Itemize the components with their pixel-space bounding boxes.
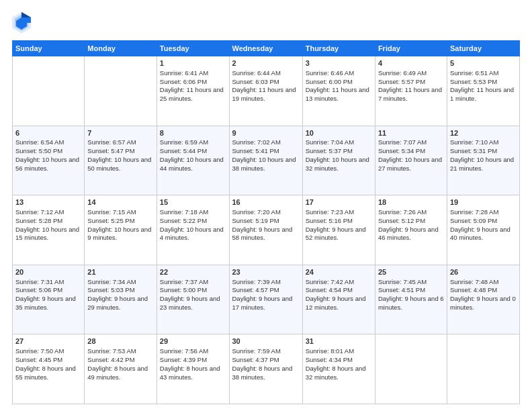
calendar-week-row: 1Sunrise: 6:41 AMSunset: 6:06 PMDaylight… [13,56,520,126]
cell-text: Sunrise: 7:26 AM [378,208,444,217]
cell-text: Sunrise: 7:45 AM [378,278,444,287]
calendar-cell: 31Sunrise: 8:01 AMSunset: 4:34 PMDayligh… [302,334,375,404]
calendar-cell: 29Sunrise: 7:56 AMSunset: 4:39 PMDayligh… [157,334,229,404]
cell-text: Daylight: 10 hours and 32 minutes. [306,156,372,173]
cell-text: Sunset: 6:06 PM [160,78,226,87]
day-number: 28 [87,336,153,347]
calendar-cell: 24Sunrise: 7:42 AMSunset: 4:54 PMDayligh… [302,265,375,334]
calendar-week-row: 27Sunrise: 7:50 AMSunset: 4:45 PMDayligh… [13,334,520,404]
calendar-cell: 15Sunrise: 7:18 AMSunset: 5:22 PMDayligh… [157,195,229,265]
calendar-cell: 18Sunrise: 7:26 AMSunset: 5:12 PMDayligh… [375,195,447,265]
cell-text: Sunset: 5:12 PM [378,217,444,226]
cell-text: Daylight: 9 hours and 12 minutes. [306,295,372,312]
cell-text: Daylight: 11 hours and 19 minutes. [232,86,300,103]
cell-text: Sunset: 5:57 PM [378,78,444,87]
calendar-header-wednesday: Wednesday [229,41,302,56]
calendar-header-sunday: Sunday [13,41,85,56]
cell-text: Sunrise: 6:46 AM [306,69,372,78]
day-number: 10 [306,128,372,138]
day-number: 29 [160,336,226,347]
day-number: 5 [450,58,517,68]
day-number: 13 [15,197,81,208]
cell-text: Sunset: 5:44 PM [160,147,226,156]
calendar-cell: 14Sunrise: 7:15 AMSunset: 5:25 PMDayligh… [85,195,157,265]
cell-text: Daylight: 11 hours and 25 minutes. [160,86,226,103]
cell-text: Sunrise: 7:07 AM [378,138,444,147]
cell-text: Sunset: 5:34 PM [378,147,444,156]
calendar-cell: 25Sunrise: 7:45 AMSunset: 4:51 PMDayligh… [375,265,447,334]
day-number: 14 [87,197,153,208]
calendar-cell: 11Sunrise: 7:07 AMSunset: 5:34 PMDayligh… [375,126,447,195]
cell-text: Sunset: 4:39 PM [160,356,226,365]
cell-text: Sunset: 6:00 PM [306,78,372,87]
cell-text: Sunset: 5:47 PM [87,147,153,156]
cell-text: Sunrise: 6:59 AM [160,138,226,147]
cell-text: Daylight: 8 hours and 55 minutes. [15,365,81,382]
header [12,12,520,34]
calendar-header-tuesday: Tuesday [157,41,229,56]
cell-text: Daylight: 9 hours and 46 minutes. [378,226,444,243]
day-number: 17 [306,197,372,208]
cell-text: Sunset: 5:19 PM [232,217,300,226]
cell-text: Sunrise: 7:10 AM [450,138,517,147]
calendar-cell [85,56,157,126]
cell-text: Sunrise: 7:50 AM [15,347,81,356]
cell-text: Sunset: 5:09 PM [450,217,517,226]
calendar-cell: 28Sunrise: 7:53 AMSunset: 4:42 PMDayligh… [85,334,157,404]
cell-text: Sunrise: 7:34 AM [87,278,153,287]
cell-text: Sunrise: 7:15 AM [87,208,153,217]
cell-text: Sunset: 5:28 PM [15,217,81,226]
cell-text: Sunrise: 7:39 AM [232,278,300,287]
calendar-week-row: 13Sunrise: 7:12 AMSunset: 5:28 PMDayligh… [13,195,520,265]
calendar-cell: 6Sunrise: 6:54 AMSunset: 5:50 PMDaylight… [13,126,85,195]
day-number: 21 [87,267,153,277]
cell-text: Daylight: 9 hours and 29 minutes. [87,295,153,312]
cell-text: Sunset: 5:31 PM [450,147,517,156]
cell-text: Sunset: 5:00 PM [160,286,226,295]
calendar-cell [447,334,519,404]
cell-text: Sunset: 5:41 PM [232,147,300,156]
cell-text: Daylight: 10 hours and 50 minutes. [87,156,153,173]
cell-text: Sunrise: 7:48 AM [450,278,517,287]
cell-text: Sunrise: 7:02 AM [232,138,300,147]
day-number: 15 [160,197,226,208]
day-number: 2 [232,58,300,68]
calendar-header-saturday: Saturday [447,41,519,56]
cell-text: Sunset: 5:03 PM [87,286,153,295]
calendar-cell: 27Sunrise: 7:50 AMSunset: 4:45 PMDayligh… [13,334,85,404]
calendar-cell: 5Sunrise: 6:51 AMSunset: 5:53 PMDaylight… [447,56,519,126]
calendar-cell: 12Sunrise: 7:10 AMSunset: 5:31 PMDayligh… [447,126,519,195]
cell-text: Daylight: 10 hours and 27 minutes. [378,156,444,173]
day-number: 11 [378,128,444,138]
day-number: 8 [160,128,226,138]
cell-text: Daylight: 9 hours and 17 minutes. [232,295,300,312]
cell-text: Daylight: 11 hours and 7 minutes. [378,86,444,103]
calendar-cell: 16Sunrise: 7:20 AMSunset: 5:19 PMDayligh… [229,195,302,265]
calendar-cell: 23Sunrise: 7:39 AMSunset: 4:57 PMDayligh… [229,265,302,334]
cell-text: Sunset: 4:57 PM [232,286,300,295]
cell-text: Sunrise: 7:31 AM [15,278,81,287]
day-number: 7 [87,128,153,138]
calendar-cell: 17Sunrise: 7:23 AMSunset: 5:16 PMDayligh… [302,195,375,265]
cell-text: Sunrise: 6:41 AM [160,69,226,78]
page: SundayMondayTuesdayWednesdayThursdayFrid… [0,0,532,411]
cell-text: Sunset: 5:16 PM [306,217,372,226]
calendar-header-row: SundayMondayTuesdayWednesdayThursdayFrid… [13,41,520,56]
logo [12,12,31,34]
cell-text: Sunrise: 7:37 AM [160,278,226,287]
svg-marker-4 [21,12,31,17]
cell-text: Sunrise: 7:18 AM [160,208,226,217]
cell-text: Sunset: 5:22 PM [160,217,226,226]
cell-text: Sunrise: 7:28 AM [450,208,517,217]
cell-text: Daylight: 10 hours and 38 minutes. [232,156,300,173]
day-number: 26 [450,267,517,277]
cell-text: Daylight: 9 hours and 52 minutes. [306,226,372,243]
cell-text: Sunset: 4:42 PM [87,356,153,365]
calendar-cell: 10Sunrise: 7:04 AMSunset: 5:37 PMDayligh… [302,126,375,195]
cell-text: Sunset: 5:37 PM [306,147,372,156]
cell-text: Daylight: 11 hours and 1 minute. [450,86,517,103]
cell-text: Daylight: 8 hours and 43 minutes. [160,365,226,382]
cell-text: Sunset: 4:37 PM [232,356,300,365]
day-number: 4 [378,58,444,68]
day-number: 6 [15,128,81,138]
